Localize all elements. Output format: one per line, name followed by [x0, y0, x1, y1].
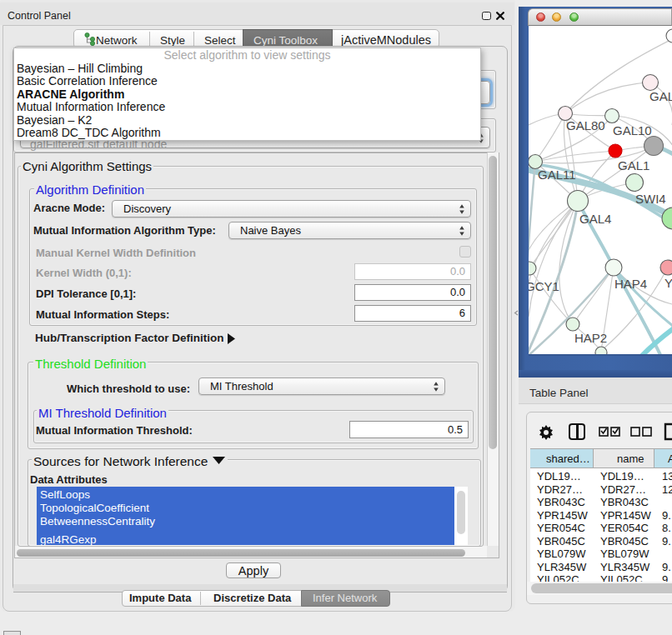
svg-text:GAL11: GAL11	[538, 168, 576, 182]
svg-text:GAL4: GAL4	[579, 212, 611, 226]
svg-text:HAP4: HAP4	[614, 277, 647, 291]
svg-text:GCY1: GCY1	[529, 279, 559, 293]
svg-text:GAL1: GAL1	[618, 158, 649, 172]
svg-text:GAL80: GAL80	[566, 118, 605, 132]
svg-text:GAL2: GAL2	[649, 89, 672, 103]
svg-text:SWI4: SWI4	[635, 192, 666, 206]
svg-text:YJ: YJ	[664, 276, 672, 290]
svg-text:HAP2: HAP2	[574, 331, 607, 345]
svg-text:GAL10: GAL10	[613, 123, 652, 138]
